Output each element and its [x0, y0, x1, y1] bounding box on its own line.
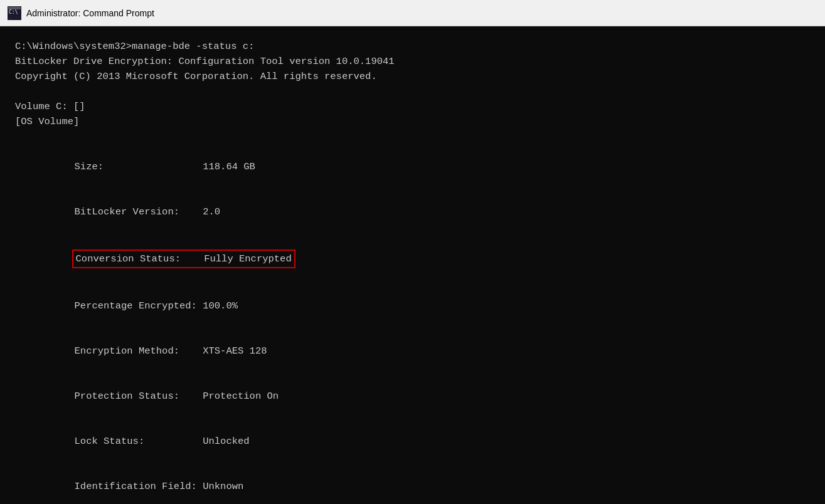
- field-label-bitlocker: BitLocker Version:: [75, 204, 203, 219]
- tool-name-line: BitLocker Drive Encryption: Configuratio…: [15, 54, 810, 69]
- conversion-status-highlight: Conversion Status:Fully Encrypted: [72, 249, 295, 268]
- console-area: C:\Windows\system32>manage-bde -status c…: [0, 26, 825, 504]
- field-bitlocker-version: BitLocker Version:2.0: [15, 189, 810, 234]
- field-label-conversion: Conversion Status:: [76, 251, 205, 266]
- field-identification: Identification Field:Unknown: [15, 464, 810, 504]
- field-value-bitlocker: 2.0: [203, 206, 220, 218]
- blank-line-2: [15, 129, 810, 144]
- copyright-line: Copyright (C) 2013 Microsoft Corporation…: [15, 69, 810, 84]
- field-value-conversion: Fully Encrypted: [204, 253, 292, 265]
- field-value-identification: Unknown: [203, 481, 243, 492]
- field-label-percentage: Percentage Encrypted:: [75, 298, 203, 313]
- field-label-protection: Protection Status:: [75, 389, 203, 404]
- fields-container: Size:118.64 GB BitLocker Version:2.0 Con…: [15, 144, 810, 504]
- field-value-size: 118.64 GB: [203, 161, 255, 172]
- field-label-size: Size:: [75, 159, 203, 174]
- field-value-percentage: 100.0%: [203, 300, 238, 312]
- volume-label-line: Volume C: []: [15, 99, 810, 114]
- field-percentage: Percentage Encrypted:100.0%: [15, 283, 810, 328]
- svg-text:_: _: [9, 14, 11, 19]
- field-size: Size:118.64 GB: [15, 144, 810, 189]
- title-bar: C:\ _ Administrator: Command Prompt: [0, 0, 825, 26]
- field-value-encryption: XTS-AES 128: [203, 345, 267, 357]
- field-value-lock: Unlocked: [203, 436, 249, 447]
- os-volume-line: [OS Volume]: [15, 114, 810, 129]
- field-protection-status: Protection Status:Protection On: [15, 374, 810, 419]
- prompt-line: C:\Windows\system32>manage-bde -status c…: [15, 39, 810, 54]
- field-value-protection: Protection On: [203, 391, 279, 402]
- field-lock-status: Lock Status:Unlocked: [15, 419, 810, 464]
- field-encryption-method: Encryption Method:XTS-AES 128: [15, 328, 810, 374]
- blank-line-1: [15, 84, 810, 99]
- field-conversion-status: Conversion Status:Fully Encrypted: [15, 234, 810, 283]
- field-label-identification: Identification Field:: [75, 479, 203, 494]
- cmd-icon: C:\ _: [8, 6, 21, 20]
- window-title: Administrator: Command Prompt: [26, 8, 154, 18]
- field-label-lock: Lock Status:: [75, 434, 203, 449]
- field-label-encryption: Encryption Method:: [75, 344, 203, 359]
